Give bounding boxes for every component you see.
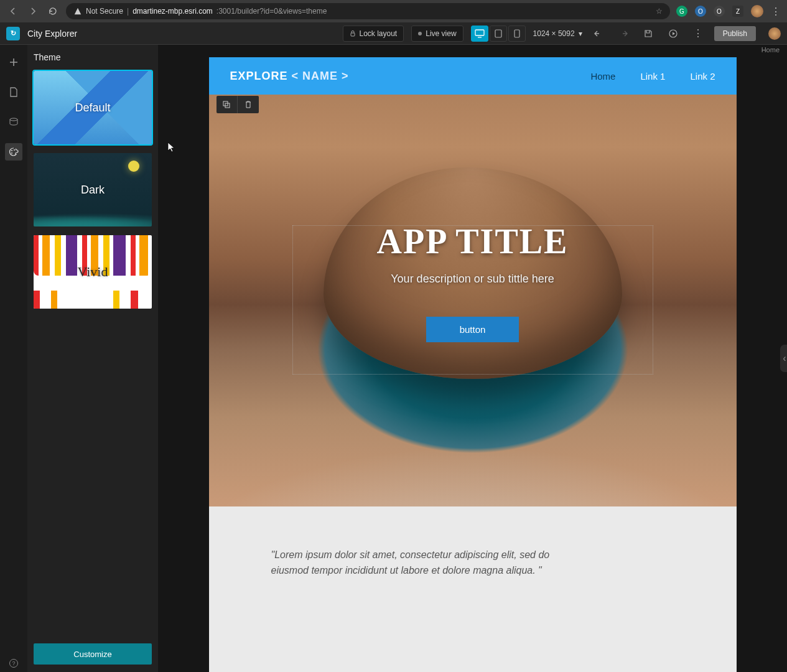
play-icon <box>669 29 678 38</box>
desktop-device-button[interactable] <box>471 26 488 42</box>
url-host: dmartinez-mbp.esri.com <box>133 7 213 16</box>
kebab-icon: ⋮ <box>693 27 703 39</box>
theme-panel: Theme Default Dark Vivid Customize <box>27 45 158 672</box>
palette-icon <box>9 147 19 157</box>
kebab-menu-icon[interactable]: ⋮ <box>771 6 781 17</box>
forward-icon[interactable] <box>26 4 40 18</box>
panel-title: Theme <box>34 52 152 62</box>
hero-title[interactable]: APP TITLE <box>377 222 569 261</box>
lock-icon <box>350 30 356 37</box>
extension-icon[interactable]: Z <box>732 6 743 17</box>
svg-point-7 <box>11 152 12 154</box>
svg-rect-2 <box>495 30 501 37</box>
right-panel-handle[interactable]: ‹ <box>780 345 787 372</box>
security-label: Not Secure <box>86 7 123 16</box>
theme-card-default[interactable]: Default <box>34 71 152 144</box>
page-label: Home <box>761 46 780 54</box>
canvas-area: Home ‹ EXPLORE < NAME > Home Link 1 Link… <box>158 45 787 672</box>
mobile-device-button[interactable] <box>508 26 526 42</box>
profile-avatar-icon[interactable] <box>751 5 763 17</box>
theme-name: Dark <box>81 184 105 197</box>
data-icon <box>9 118 19 126</box>
hero-content: APP TITLE Your description or sub tittle… <box>209 57 737 506</box>
undo-icon <box>594 29 603 38</box>
canvas-size-select[interactable]: 1024 × 5092 ▾ <box>533 29 582 38</box>
mobile-icon <box>514 29 520 38</box>
svg-text:?: ? <box>12 660 15 666</box>
app-toolbar: ↻ City Explorer Lock layout Live view 10… <box>0 22 787 45</box>
lock-layout-button[interactable]: Lock layout <box>343 26 404 42</box>
theme-card-dark[interactable]: Dark <box>34 153 152 226</box>
browser-bar: Not Secure | dmartinez-mbp.esri.com:3001… <box>0 0 787 22</box>
redo-button[interactable] <box>615 26 632 42</box>
tablet-device-button[interactable] <box>490 26 507 42</box>
customize-button[interactable]: Customize <box>34 643 152 665</box>
chevron-down-icon: ▾ <box>579 29 582 38</box>
app-title: City Explorer <box>27 29 77 39</box>
delete-button[interactable] <box>238 96 259 113</box>
rail-data-button[interactable] <box>5 113 22 131</box>
more-button[interactable]: ⋮ <box>689 26 707 42</box>
svg-point-6 <box>11 150 12 151</box>
main: ? Theme Default Dark Vivid Customize Hom… <box>0 45 787 672</box>
url-path: :3001/builder?id=0&views=theme <box>217 7 327 16</box>
desktop-icon <box>475 29 485 38</box>
duplicate-button[interactable] <box>217 96 238 113</box>
extension-icon[interactable]: O <box>714 6 725 17</box>
svg-rect-3 <box>515 30 519 37</box>
tablet-icon <box>495 29 502 38</box>
reload-icon[interactable] <box>46 4 60 18</box>
rail-theme-button[interactable] <box>5 143 22 161</box>
quote-text[interactable]: "Lorem ipsum dolor sit amet, consectetur… <box>271 548 557 579</box>
svg-rect-0 <box>351 33 355 36</box>
svg-rect-1 <box>475 30 484 35</box>
left-rail: ? <box>0 45 27 672</box>
selection-toolbar <box>217 96 259 113</box>
save-button[interactable] <box>640 26 657 42</box>
url-bar[interactable]: Not Secure | dmartinez-mbp.esri.com:3001… <box>66 3 670 19</box>
dot-icon <box>418 32 422 35</box>
extension-icon[interactable]: G <box>676 6 687 17</box>
device-toggle <box>471 26 526 42</box>
rail-help-button[interactable]: ? <box>5 655 22 672</box>
redo-icon <box>618 29 628 38</box>
page-icon <box>9 87 18 97</box>
hero-button[interactable]: button <box>426 317 519 342</box>
user-avatar-icon[interactable] <box>768 27 781 40</box>
help-icon: ? <box>9 658 19 668</box>
duplicate-icon <box>222 100 231 109</box>
app-logo-icon[interactable]: ↻ <box>6 27 20 40</box>
theme-card-vivid[interactable]: Vivid <box>34 235 152 309</box>
theme-name: Vivid <box>78 264 108 280</box>
publish-button[interactable]: Publish <box>714 26 756 41</box>
svg-point-5 <box>10 118 17 121</box>
save-icon <box>644 29 653 38</box>
hero-subtitle[interactable]: Your description or sub tittle here <box>391 273 554 286</box>
preview-button[interactable] <box>664 26 682 42</box>
not-secure-icon <box>73 7 82 16</box>
theme-name: Default <box>75 101 110 114</box>
live-view-button[interactable]: Live view <box>411 26 463 42</box>
extensions: G O O Z ⋮ <box>676 5 781 17</box>
hero-section[interactable]: EXPLORE < NAME > Home Link 1 Link 2 <box>209 57 737 506</box>
quote-section[interactable]: "Lorem ipsum dolor sit amet, consectetur… <box>209 506 737 620</box>
star-icon[interactable]: ☆ <box>656 7 663 16</box>
extension-icon[interactable]: O <box>695 6 706 17</box>
undo-button[interactable] <box>590 26 607 42</box>
svg-point-8 <box>14 149 15 151</box>
back-icon[interactable] <box>6 4 20 18</box>
canvas[interactable]: EXPLORE < NAME > Home Link 1 Link 2 <box>209 57 737 672</box>
rail-page-button[interactable] <box>5 83 22 101</box>
plus-icon <box>9 57 19 67</box>
trash-icon <box>244 100 252 109</box>
rail-add-button[interactable] <box>5 54 22 71</box>
